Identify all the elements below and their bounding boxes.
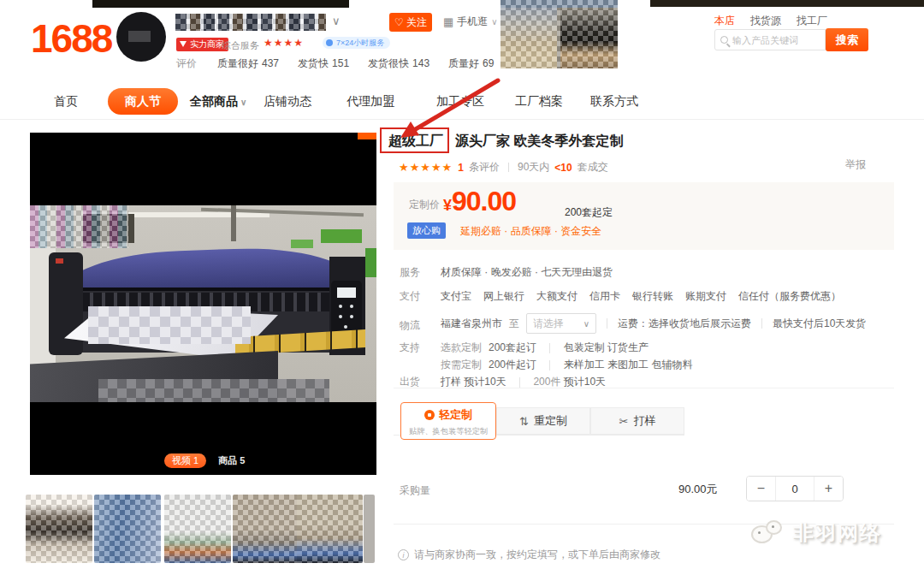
thumbnail-4[interactable]: [233, 495, 299, 563]
price-panel: 定制价 ¥90.00 200套起定 放心购 延期必赔 · 品质保障 · 资金安全: [394, 182, 894, 250]
blur-overlay: [500, 0, 618, 68]
panel-button: [344, 325, 347, 329]
bulk-label: 200件: [533, 376, 560, 388]
support-key: 按需定制: [441, 359, 482, 370]
watermark-text: 非羽网络: [793, 519, 882, 547]
price: ¥90.00: [443, 186, 516, 217]
sample-label: 打样: [441, 376, 461, 388]
bulk-time: 预计10天: [564, 376, 606, 388]
nav-all-products-label: 全部商品: [190, 94, 238, 108]
main-product-video[interactable]: 视频 1 商品 5: [30, 133, 376, 475]
feiyu-logo-icon: [751, 519, 787, 548]
printer-photo: [30, 205, 376, 402]
divider: [761, 318, 762, 329]
destination-select[interactable]: 请选择 ∨: [526, 313, 596, 334]
logo-1688[interactable]: 1688: [31, 15, 111, 62]
green-panel: [291, 240, 313, 248]
rating-count: 69: [483, 57, 494, 69]
info-icon: i: [398, 549, 409, 560]
pipe: [231, 205, 236, 241]
tab-light-custom[interactable]: 轻定制 贴牌、换包装等轻定制: [400, 402, 496, 440]
quantity-stepper[interactable]: − +: [746, 476, 844, 501]
search-scope-shop[interactable]: 本店: [714, 14, 735, 28]
pay-method[interactable]: 信任付（服务费优惠）: [738, 289, 841, 304]
divider: [549, 360, 550, 370]
pay-method[interactable]: 银行转账: [632, 289, 673, 304]
light-custom-icon: [424, 410, 435, 420]
tab-light-subtitle: 贴牌、换包装等轻定制: [405, 426, 491, 437]
tab-heavy-custom[interactable]: ⇅ 重定制: [496, 407, 590, 435]
rating-item: 质量好69: [448, 56, 494, 71]
service-dot-icon: [326, 39, 333, 46]
store-name-blurred[interactable]: [175, 14, 326, 31]
search-scope-source[interactable]: 找货源: [750, 14, 781, 28]
store-avatar[interactable]: [116, 12, 166, 62]
review-summary: ★★★★★ 1 条评价 90天内 <10 套成交: [399, 160, 608, 175]
thumbnail-3[interactable]: [164, 495, 231, 563]
price-label: 定制价: [409, 198, 440, 212]
qty-minus-button[interactable]: −: [747, 477, 775, 501]
service-row-value: 材质保障 · 晚发必赔 · 七天无理由退货: [441, 265, 613, 280]
mobile-browse[interactable]: ▦ 手机逛 ∨: [443, 15, 498, 29]
assurance-badge[interactable]: 放心购: [407, 222, 446, 239]
service-hours-badge: 7×24小时服务: [323, 37, 390, 49]
thumbnail-5[interactable]: [297, 495, 363, 563]
tab-sampling[interactable]: ✂ 打样: [590, 407, 684, 435]
composite-service-label: 综合服务: [222, 39, 259, 52]
follow-button[interactable]: ♡ 关注: [389, 13, 432, 32]
nav-shop-updates[interactable]: 店铺动态: [264, 94, 311, 110]
guarantee-list: 延期必赔 · 品质保障 · 资金安全: [460, 224, 601, 239]
heavy-custom-icon: ⇅: [519, 415, 529, 428]
review-count[interactable]: 1: [458, 162, 464, 174]
search-button[interactable]: 搜索: [826, 28, 868, 51]
panel-button: [339, 305, 342, 308]
pay-method[interactable]: 账期支付: [685, 289, 726, 304]
qty-input[interactable]: [775, 477, 814, 501]
rating-label: 发货快: [298, 57, 329, 69]
payment-methods: 支付宝 网上银行 大额支付 信用卡 银行转账 账期支付 信任付（服务费优惠）: [441, 289, 841, 304]
thumbnail-2[interactable]: [94, 495, 161, 563]
printer-control-panel: [331, 281, 362, 337]
report-link[interactable]: 举报: [845, 157, 866, 172]
nav-merchant-festival[interactable]: 商人节: [108, 88, 178, 115]
video-badge[interactable]: 视频 1: [164, 453, 206, 468]
tab-sampling-label: 打样: [633, 413, 655, 429]
support-val: 200套起订: [489, 341, 536, 353]
search-box[interactable]: [714, 29, 826, 50]
search-input[interactable]: [732, 35, 820, 45]
pay-method[interactable]: 支付宝: [441, 289, 471, 304]
top-edge-strip: [92, 0, 349, 8]
pay-method[interactable]: 网上银行: [483, 289, 524, 304]
pay-method[interactable]: 信用卡: [589, 289, 620, 304]
support-line-1: 选款定制200套起订 包装定制 订货生产: [441, 341, 649, 355]
sample-time: 预计10天: [464, 376, 506, 388]
support-key: 选款定制: [441, 341, 482, 353]
nav-all-products[interactable]: 全部商品∨: [190, 94, 246, 110]
logistics-row-label: 物流: [400, 318, 420, 333]
nav-factory-profile[interactable]: 工厂档案: [515, 94, 563, 110]
strength-merchant-badge: 实力商家: [176, 38, 228, 51]
dispatch-info: 最快支付后10天发货: [773, 317, 866, 331]
divider: [508, 163, 509, 172]
search-icon: [720, 36, 728, 44]
note-text: 请与商家协商一致，按约定填写，或下单后由商家修改: [414, 548, 660, 562]
nav-home[interactable]: 首页: [54, 94, 78, 110]
thumbnail-6-partial[interactable]: [364, 495, 375, 563]
customization-tabs: 轻定制 贴牌、换包装等轻定制 ⇅ 重定制 ✂ 打样: [394, 402, 684, 440]
product-count-badge[interactable]: 商品 5: [218, 454, 245, 467]
mobile-browse-label: 手机逛: [457, 15, 488, 29]
nav-contact[interactable]: 联系方式: [590, 94, 638, 110]
rating-item: 质量很好437: [217, 56, 279, 71]
thumbnail-1[interactable]: [26, 495, 92, 563]
deal-unit: 套成交: [578, 160, 608, 175]
support-line-2: 按需定制200件起订 来样加工 来图加工 包辅物料: [441, 358, 692, 372]
chevron-down-icon[interactable]: ∨: [332, 15, 341, 27]
tab-light-label: 轻定制: [439, 407, 472, 423]
support-extra: 来样加工 来图加工 包辅物料: [564, 359, 693, 370]
watermark: 非羽网络: [751, 519, 882, 548]
review-label[interactable]: 条评价: [469, 160, 500, 175]
rating-label: 质量好: [448, 57, 479, 69]
pay-method[interactable]: 大额支付: [536, 289, 578, 304]
search-scope-factory[interactable]: 找工厂: [797, 14, 827, 28]
qty-plus-button[interactable]: +: [814, 477, 843, 501]
